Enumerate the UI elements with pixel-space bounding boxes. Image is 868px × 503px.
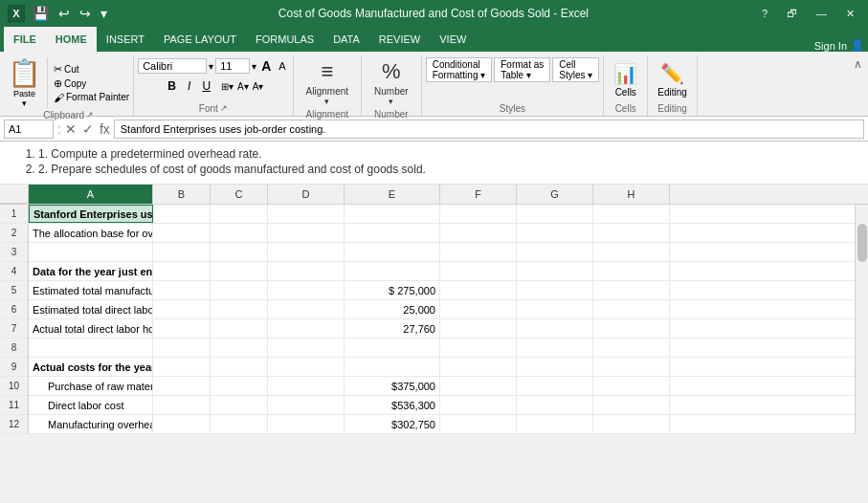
restore-btn[interactable]: 🗗 [781, 6, 803, 21]
cell-a6[interactable]: Estimated total direct labor hours [29, 300, 153, 318]
cell-b4[interactable] [153, 262, 211, 280]
undo-quick-btn[interactable]: ↩ [55, 4, 74, 23]
bold-btn[interactable]: B [163, 77, 181, 95]
cell-e10[interactable]: $375,000 [345, 377, 440, 395]
cell-b12[interactable] [153, 415, 211, 433]
cell-f2[interactable] [440, 224, 517, 242]
cell-g1[interactable] [517, 205, 593, 223]
cell-g10[interactable] [517, 377, 593, 395]
redo-quick-btn[interactable]: ↪ [76, 4, 95, 23]
format-as-table-btn[interactable]: Format asTable ▾ [494, 57, 550, 82]
cell-g5[interactable] [517, 281, 593, 299]
minimize-btn[interactable]: — [811, 6, 833, 21]
confirm-formula-btn[interactable]: ✓ [82, 121, 94, 137]
cell-d11[interactable] [268, 396, 345, 414]
cell-c2[interactable] [211, 224, 268, 242]
cell-f11[interactable] [440, 396, 517, 414]
cell-b7[interactable] [153, 319, 211, 338]
cells-btn[interactable]: 📊 Cells [608, 60, 643, 99]
increase-font-btn[interactable]: A [258, 57, 274, 75]
tab-insert[interactable]: INSERT [97, 27, 154, 52]
cell-c6[interactable] [211, 300, 268, 318]
cell-g3[interactable] [517, 243, 593, 261]
cell-c9[interactable] [211, 358, 268, 376]
cell-d4[interactable] [268, 262, 345, 280]
cell-f8[interactable] [440, 339, 517, 357]
cut-btn[interactable]: ✂Cut [54, 63, 129, 76]
col-header-a[interactable]: A [29, 185, 153, 204]
cell-d5[interactable] [268, 281, 345, 299]
cell-d8[interactable] [268, 339, 345, 357]
col-header-b[interactable]: B [153, 185, 211, 204]
cell-b2[interactable] [153, 224, 211, 242]
number-dropdown[interactable]: ▾ [389, 97, 393, 106]
cell-c1[interactable] [211, 205, 268, 223]
tab-page-layout[interactable]: PAGE LAYOUT [154, 27, 246, 52]
cell-a3[interactable] [29, 243, 153, 261]
close-btn[interactable]: ✕ [840, 6, 860, 22]
tab-home[interactable]: HOME [46, 27, 97, 52]
cell-e12[interactable]: $302,750 [345, 415, 440, 433]
customize-quick-btn[interactable]: ▾ [97, 4, 111, 23]
cell-e5[interactable]: $ 275,000 [345, 281, 440, 299]
col-header-c[interactable]: C [211, 185, 268, 204]
cell-e3[interactable] [345, 243, 440, 261]
cell-a10[interactable]: Purchase of raw materials (all direct) [29, 377, 153, 395]
cell-f7[interactable] [440, 319, 517, 338]
cell-c12[interactable] [211, 415, 268, 433]
cell-c4[interactable] [211, 262, 268, 280]
alignment-btn[interactable]: ≡ Alignment ▾ [298, 57, 357, 107]
tab-formulas[interactable]: FORMULAS [246, 27, 323, 52]
cell-e11[interactable]: $536,300 [345, 396, 440, 414]
font-name-input[interactable] [138, 58, 207, 74]
col-header-g[interactable]: G [517, 185, 593, 204]
font-name-dropdown[interactable]: ▾ [209, 61, 213, 72]
col-header-d[interactable]: D [268, 185, 345, 204]
paste-dropdown[interactable]: ▾ [22, 98, 27, 108]
cell-d7[interactable] [268, 319, 345, 338]
cell-e7[interactable]: 27,760 [345, 319, 440, 338]
cell-f12[interactable] [440, 415, 517, 433]
cell-h1[interactable] [593, 205, 670, 223]
cell-g12[interactable] [517, 415, 593, 433]
formula-input[interactable] [114, 120, 864, 139]
cell-d3[interactable] [268, 243, 345, 261]
tab-view[interactable]: VIEW [430, 27, 476, 52]
cell-c10[interactable] [211, 377, 268, 395]
cell-f1[interactable] [440, 205, 517, 223]
border-btn[interactable]: ⊞▾ [221, 81, 234, 92]
cell-f5[interactable] [440, 281, 517, 299]
cell-b8[interactable] [153, 339, 211, 357]
number-btn[interactable]: % Number ▾ [366, 57, 417, 107]
cell-a8[interactable] [29, 339, 153, 357]
col-header-f[interactable]: F [440, 185, 517, 204]
cell-a12[interactable]: Manufacturing overhead costs [29, 415, 153, 433]
italic-btn[interactable]: I [183, 77, 195, 95]
cell-f4[interactable] [440, 262, 517, 280]
cell-b1[interactable] [153, 205, 211, 223]
cell-c3[interactable] [211, 243, 268, 261]
cell-d2[interactable] [268, 224, 345, 242]
cell-b9[interactable] [153, 358, 211, 376]
cell-c8[interactable] [211, 339, 268, 357]
cell-g2[interactable] [517, 224, 593, 242]
cell-d1[interactable] [268, 205, 345, 223]
cell-d10[interactable] [268, 377, 345, 395]
font-color-btn[interactable]: A▾ [253, 81, 264, 92]
format-painter-btn[interactable]: 🖌Format Painter [54, 92, 129, 103]
cell-f3[interactable] [440, 243, 517, 261]
cell-c7[interactable] [211, 319, 268, 338]
cell-b11[interactable] [153, 396, 211, 414]
cell-h8[interactable] [593, 339, 670, 357]
cell-a4[interactable]: Data for the year just ended: [29, 262, 153, 280]
help-btn[interactable]: ? [756, 6, 773, 21]
cell-g11[interactable] [517, 396, 593, 414]
cell-f9[interactable] [440, 358, 517, 376]
cell-e4[interactable] [345, 262, 440, 280]
col-header-h[interactable]: H [593, 185, 670, 204]
cell-b6[interactable] [153, 300, 211, 318]
cell-a1[interactable]: Stanford Enterprises uses job-order cost… [29, 205, 153, 223]
font-chevron[interactable]: ↗ [220, 103, 228, 113]
cell-h2[interactable] [593, 224, 670, 242]
cell-ref-box[interactable]: A1 [4, 120, 54, 139]
